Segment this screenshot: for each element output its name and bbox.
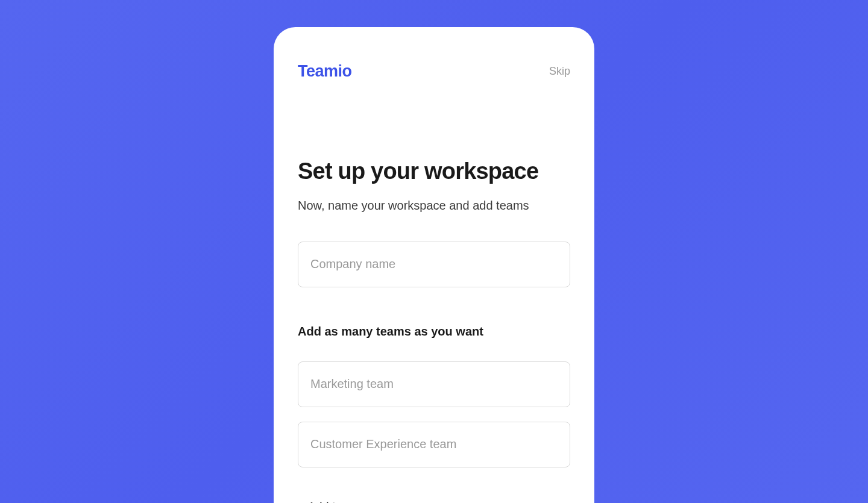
skip-button[interactable]: Skip [549, 65, 570, 78]
brand-logo: Teamio [298, 62, 352, 81]
company-name-input[interactable] [298, 242, 570, 287]
team-name-input[interactable] [298, 422, 570, 467]
add-team-button[interactable]: + Add team [298, 495, 359, 503]
team-name-input[interactable] [298, 361, 570, 407]
card-header: Teamio Skip [298, 62, 570, 81]
onboarding-card: Teamio Skip Set up your workspace Now, n… [274, 27, 594, 503]
page-subtitle: Now, name your workspace and add teams [298, 199, 570, 213]
teams-section-label: Add as many teams as you want [298, 325, 570, 339]
page-title: Set up your workspace [298, 159, 570, 184]
